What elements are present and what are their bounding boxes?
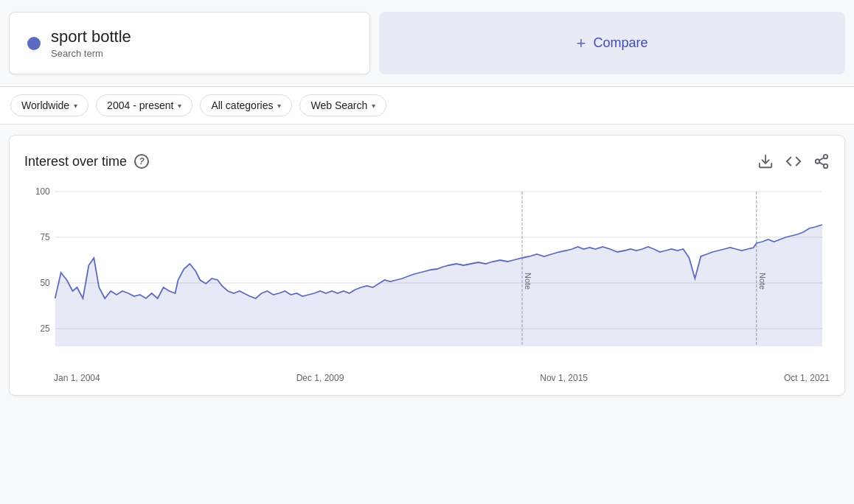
share-button[interactable] (813, 153, 830, 169)
compare-card[interactable]: + Compare (379, 12, 845, 74)
svg-text:75: 75 (41, 232, 51, 242)
time-range-label: 2004 - present (107, 99, 173, 111)
chart-section: Interest over time ? (9, 135, 845, 396)
time-range-filter[interactable]: 2004 - present ▾ (96, 94, 192, 116)
help-icon[interactable]: ? (134, 154, 149, 169)
region-chevron-icon: ▾ (74, 102, 77, 110)
chart-header: Interest over time ? (24, 153, 830, 169)
region-filter[interactable]: Worldwide ▾ (10, 94, 88, 116)
embed-button[interactable] (785, 153, 802, 169)
svg-line-5 (819, 158, 824, 161)
category-chevron-icon: ▾ (277, 102, 281, 110)
filters-bar: Worldwide ▾ 2004 - present ▾ All categor… (0, 86, 854, 125)
chart-container: 100 75 50 25 Note Note (24, 184, 830, 368)
x-label-3: Nov 1, 2015 (540, 373, 588, 383)
svg-text:100: 100 (35, 186, 50, 197)
chart-title: Interest over time (24, 154, 127, 169)
x-axis-labels: Jan 1, 2004 Dec 1, 2009 Nov 1, 2015 Oct … (24, 368, 830, 383)
top-section: sport bottle Search term + Compare (0, 0, 854, 86)
category-label: All categories (211, 99, 273, 111)
x-label-4: Oct 1, 2021 (784, 373, 830, 383)
region-label: Worldwide (21, 99, 69, 111)
compare-label: Compare (593, 35, 648, 51)
time-range-chevron-icon: ▾ (178, 102, 181, 110)
search-term-name: sport bottle (51, 27, 131, 46)
search-type-filter[interactable]: Web Search ▾ (299, 94, 386, 116)
chart-title-group: Interest over time ? (24, 154, 149, 169)
interest-chart: 100 75 50 25 Note Note (24, 184, 830, 368)
svg-line-4 (819, 162, 824, 165)
chart-actions (757, 153, 830, 169)
x-label-1: Jan 1, 2004 (54, 373, 100, 383)
compare-plus-icon: + (577, 34, 586, 53)
svg-text:25: 25 (41, 323, 51, 334)
search-term-text: sport bottle Search term (51, 27, 131, 59)
svg-text:50: 50 (41, 278, 51, 288)
search-term-card: sport bottle Search term (9, 12, 370, 74)
download-button[interactable] (757, 153, 774, 169)
search-type-label: Web Search (310, 99, 367, 111)
search-type-chevron-icon: ▾ (372, 102, 375, 110)
x-label-2: Dec 1, 2009 (296, 373, 344, 383)
search-term-dot (27, 37, 41, 50)
search-term-label: Search term (51, 48, 131, 59)
category-filter[interactable]: All categories ▾ (200, 94, 292, 116)
